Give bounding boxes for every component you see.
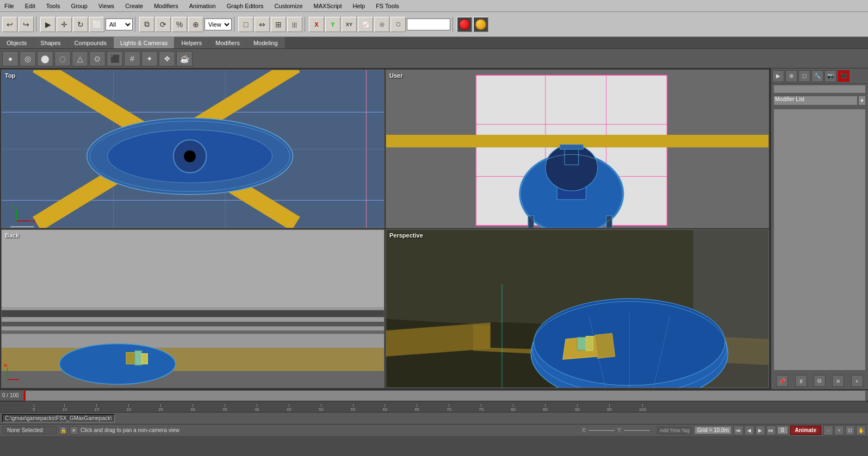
cat-lights-cameras[interactable]: Lights & Cameras bbox=[114, 37, 175, 48]
modifier-stack bbox=[773, 109, 866, 371]
play-prev-button[interactable]: ⏮ bbox=[734, 426, 743, 435]
toolbar-separator-5 bbox=[452, 17, 455, 32]
zoom-in-button[interactable]: + bbox=[834, 426, 844, 435]
rp-icon-render[interactable]: ⬛ bbox=[838, 70, 850, 82]
menu-edit[interactable]: Edit bbox=[23, 2, 38, 10]
cat-modifiers[interactable]: Modifiers bbox=[209, 37, 247, 48]
viewport-back-svg: ✕ bbox=[2, 230, 384, 388]
lock-icon[interactable]: 🔒 bbox=[59, 426, 67, 435]
menu-customize[interactable]: Customize bbox=[272, 2, 305, 10]
obj-sphere[interactable]: ● bbox=[2, 51, 18, 66]
y-coord-value[interactable] bbox=[623, 429, 650, 432]
viewport-top[interactable]: Top bbox=[1, 70, 385, 228]
menu-graph-editors[interactable]: Graph Editors bbox=[225, 2, 266, 10]
align-button[interactable]: ⫼ bbox=[287, 17, 302, 32]
zoom-extents-button[interactable]: ⊡ bbox=[845, 426, 855, 435]
cat-shapes[interactable]: Shapes bbox=[34, 37, 67, 48]
pan-button[interactable]: ✋ bbox=[856, 426, 866, 435]
mirror-button[interactable]: ⇔ bbox=[255, 17, 270, 32]
obj-teapot[interactable]: ☕ bbox=[176, 51, 193, 66]
obj-torus[interactable]: ◎ bbox=[20, 51, 36, 66]
menu-animation[interactable]: Animation bbox=[187, 2, 218, 10]
modifier-list-arrow[interactable]: ▼ bbox=[858, 96, 866, 105]
play-back-button[interactable]: ◀ bbox=[745, 426, 754, 435]
menu-create[interactable]: Create bbox=[123, 2, 145, 10]
modifier-search-input[interactable] bbox=[773, 85, 866, 93]
select-button[interactable]: ▶ bbox=[40, 17, 55, 32]
viewport-perspective[interactable]: Perspective bbox=[386, 229, 769, 388]
obj-ball[interactable]: ⊙ bbox=[89, 51, 106, 66]
obj-chamfer[interactable]: ❖ bbox=[159, 51, 175, 66]
cat-helpers[interactable]: Helpers bbox=[175, 37, 209, 48]
rp-icon-camera[interactable]: 📷 bbox=[824, 70, 836, 82]
rp-icon-motion[interactable]: ⊕ bbox=[785, 70, 797, 82]
frame-counter[interactable]: 0 bbox=[777, 426, 788, 434]
rp-instance-button[interactable]: ⧉ bbox=[814, 375, 826, 387]
obj-pipe[interactable]: ◌ bbox=[54, 51, 71, 66]
array-button[interactable]: ⊞ bbox=[271, 17, 286, 32]
play-next-button[interactable]: ⏭ bbox=[766, 426, 776, 435]
rp-pause-button[interactable]: ⏸ bbox=[795, 375, 807, 387]
viewport-user[interactable]: User bbox=[386, 70, 769, 228]
add-time-tag-area: Add Time Tag bbox=[657, 427, 692, 434]
obj-box[interactable]: ⬛ bbox=[107, 51, 123, 66]
zoom-out-button[interactable]: - bbox=[823, 426, 833, 435]
svg-rect-52 bbox=[2, 348, 384, 371]
toolbar-separator-2 bbox=[135, 17, 137, 32]
snap-toggle[interactable]: ⧉ bbox=[139, 17, 154, 32]
animate-button[interactable]: Animate bbox=[790, 426, 821, 435]
cat-modeling[interactable]: Modeling bbox=[247, 37, 285, 48]
viewport-top-label: Top bbox=[5, 72, 15, 79]
rp-pin-button[interactable]: 📌 bbox=[776, 375, 788, 387]
x-axis[interactable]: X bbox=[309, 17, 324, 32]
play-button[interactable]: ▶ bbox=[755, 426, 765, 435]
material-editor[interactable]: ◎ bbox=[374, 17, 389, 32]
cat-objects[interactable]: Objects bbox=[0, 37, 34, 48]
menu-views[interactable]: Views bbox=[96, 2, 116, 10]
view-dropdown[interactable]: View bbox=[204, 18, 232, 30]
spinner-snap[interactable]: ⊕ bbox=[188, 17, 203, 32]
cat-compounds[interactable]: Compounds bbox=[68, 37, 114, 48]
timeline-track[interactable] bbox=[23, 390, 866, 401]
redo-button[interactable]: ↪ bbox=[18, 17, 34, 32]
percent-snap[interactable]: % bbox=[172, 17, 187, 32]
viewport-back[interactable]: Back bbox=[1, 229, 385, 388]
xy-axis[interactable]: XY bbox=[342, 17, 357, 32]
angle-snap[interactable]: ⟳ bbox=[156, 17, 171, 32]
named-selection[interactable]: □ bbox=[238, 17, 253, 32]
ruler-tick-25: 25 bbox=[158, 404, 163, 412]
menu-file[interactable]: File bbox=[2, 2, 16, 10]
undo-button[interactable]: ↩ bbox=[2, 17, 17, 32]
rp-icon-utility[interactable]: 🔧 bbox=[811, 70, 823, 82]
render-last[interactable] bbox=[473, 17, 488, 32]
move-button[interactable]: ✛ bbox=[57, 17, 72, 32]
x-coord-value[interactable] bbox=[588, 429, 615, 432]
obj-grid[interactable]: # bbox=[124, 51, 140, 66]
menu-modifiers[interactable]: Modifiers bbox=[152, 2, 181, 10]
menu-maxscript[interactable]: MAXScript bbox=[312, 2, 344, 10]
svg-rect-39 bbox=[560, 145, 584, 149]
render-frame[interactable] bbox=[457, 17, 472, 32]
x-coord-field: X: bbox=[582, 427, 615, 433]
obj-cylinder[interactable]: ⬤ bbox=[37, 51, 53, 66]
obj-hedra[interactable]: ✦ bbox=[141, 51, 158, 66]
filter-icon[interactable]: ✕ bbox=[70, 426, 78, 435]
render-setup[interactable]: ⬡ bbox=[390, 17, 406, 32]
menu-tools[interactable]: Tools bbox=[44, 2, 63, 10]
zoom-controls: - + ⊡ ✋ bbox=[823, 426, 866, 435]
rotate-button[interactable]: ↻ bbox=[73, 17, 88, 32]
menu-group[interactable]: Group bbox=[69, 2, 90, 10]
y-axis[interactable]: Y bbox=[325, 17, 340, 32]
toolbar-separator-3 bbox=[234, 17, 236, 32]
rp-add-button[interactable]: + bbox=[851, 375, 863, 387]
rp-remove-button[interactable]: ✕ bbox=[832, 375, 844, 387]
rp-icon-display[interactable]: ◻ bbox=[798, 70, 810, 82]
obj-cone[interactable]: △ bbox=[72, 51, 88, 66]
menu-fs-tools[interactable]: FS Tools bbox=[374, 2, 401, 10]
scale-button[interactable]: ⬜ bbox=[89, 17, 104, 32]
rp-icon-select[interactable]: ▶ bbox=[772, 70, 784, 82]
curve-editor[interactable]: 📈 bbox=[358, 17, 373, 32]
menu-help[interactable]: Help bbox=[351, 2, 368, 10]
snap-dropdown[interactable]: All bbox=[106, 18, 133, 30]
search-field[interactable] bbox=[407, 18, 450, 30]
